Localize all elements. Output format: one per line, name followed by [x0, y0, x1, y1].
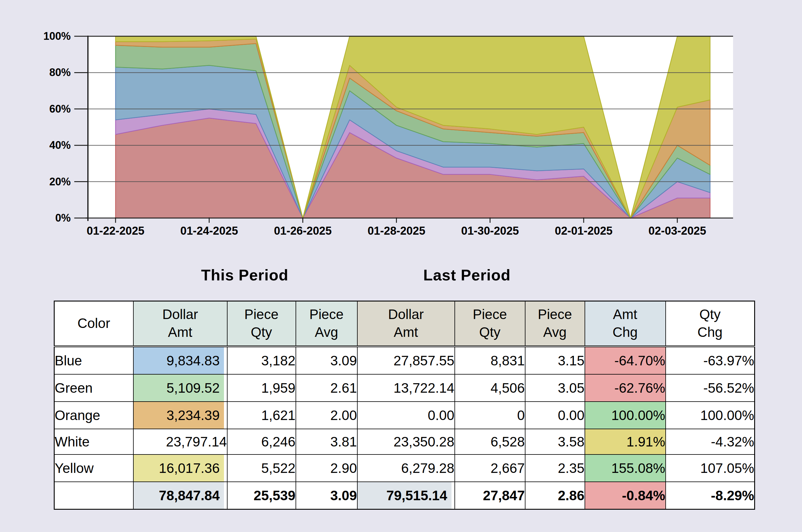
- row-label: Green: [54, 374, 133, 402]
- row-label: Orange: [54, 402, 133, 429]
- table-cell: 2.61: [296, 374, 357, 402]
- table-cell: 3.05: [525, 374, 585, 402]
- highlighted-value: 78,847.84: [134, 482, 224, 509]
- header-last-dollar-amt: Dollar Amt: [357, 301, 455, 347]
- table-cell: 5,109.52: [133, 374, 227, 402]
- table-cell: 3.15: [525, 346, 585, 374]
- row-label: Blue: [54, 346, 133, 374]
- table-cell: 3,182: [227, 346, 296, 374]
- table-cell: 2.86: [525, 482, 585, 509]
- table-row-yellow: Yellow 16,017.36 5,522 2.90 6,279.28 2,6…: [54, 454, 755, 482]
- y-tick-label: 60%: [49, 103, 71, 115]
- table-cell: 4,506: [455, 374, 525, 402]
- table-cell: 3.81: [296, 429, 357, 454]
- table-cell: 79,515.14: [357, 482, 455, 509]
- header-color: Color: [54, 301, 133, 347]
- last-period-title: Last Period: [423, 266, 511, 284]
- color-comparison-table: Color Dollar Amt Piece Qty Piece Avg Dol…: [54, 301, 755, 510]
- qty-chg-cell: 100.00%: [666, 402, 755, 429]
- qty-chg-cell: -63.97%: [666, 346, 755, 374]
- table-cell: 6,279.28: [357, 454, 455, 482]
- qty-chg-cell: -8.29%: [666, 482, 755, 509]
- this-period-title: This Period: [201, 266, 288, 284]
- table-cell: 6,528: [455, 429, 525, 454]
- stacked-area-chart: 01-22-202501-24-202501-26-202501-28-2025…: [0, 0, 802, 249]
- highlighted-value: 16,017.36: [134, 455, 224, 481]
- table-cell: 8,831: [455, 346, 525, 374]
- table-cell: 9,834.83: [133, 346, 227, 374]
- header-this-dollar-amt: Dollar Amt: [133, 301, 227, 347]
- x-tick-label: 01-24-2025: [180, 225, 238, 237]
- qty-chg-cell: 107.05%: [666, 454, 755, 482]
- x-tick-label: 01-22-2025: [87, 225, 145, 237]
- table-cell: 13,722.14: [357, 374, 455, 402]
- table-cell: 5,522: [227, 454, 296, 482]
- table-cell: 0.00: [357, 402, 455, 429]
- x-tick-label: 02-03-2025: [648, 225, 706, 237]
- table-cell: 16,017.36: [133, 454, 227, 482]
- y-tick-label: 0%: [55, 212, 71, 224]
- amt-chg-cell: 155.08%: [585, 454, 666, 482]
- table-cell: 78,847.84: [133, 482, 227, 509]
- table-cell: 2,667: [455, 454, 525, 482]
- x-tick-label: 01-26-2025: [274, 225, 331, 237]
- amt-chg-cell: -0.84%: [585, 482, 666, 509]
- amt-chg-cell: -64.70%: [585, 346, 666, 374]
- row-label: [54, 482, 133, 509]
- amt-chg-cell: 1.91%: [585, 429, 666, 454]
- x-axis-labels: 01-22-202501-24-202501-26-202501-28-2025…: [87, 225, 706, 237]
- table-row-orange: Orange 3,234.39 1,621 2.00 0.00 0 0.00 1…: [54, 402, 755, 429]
- table-cell: 3.09: [296, 482, 357, 509]
- header-last-piece-qty: Piece Qty: [455, 301, 525, 347]
- y-tick-label: 80%: [49, 66, 71, 78]
- amt-chg-cell: -62.76%: [585, 374, 666, 402]
- x-tick-label: 01-30-2025: [461, 225, 519, 237]
- table-cell: 6,246: [227, 429, 296, 454]
- header-this-piece-avg: Piece Avg: [296, 301, 357, 347]
- table-row-green: Green 5,109.52 1,959 2.61 13,722.14 4,50…: [54, 374, 755, 402]
- table-row-blue: Blue 9,834.83 3,182 3.09 27,857.55 8,831…: [54, 346, 755, 374]
- y-tick-label: 100%: [43, 30, 71, 42]
- header-last-piece-avg: Piece Avg: [525, 301, 585, 347]
- table-cell: 0.00: [525, 402, 585, 429]
- row-label: Yellow: [54, 454, 133, 482]
- table-cell: 2.00: [296, 402, 357, 429]
- table-cell: 3.58: [525, 429, 585, 454]
- table-cell: 3.09: [296, 346, 357, 374]
- highlighted-value: 3,234.39: [134, 402, 224, 429]
- qty-chg-cell: -56.52%: [666, 374, 755, 402]
- table-cell: 2.90: [296, 454, 357, 482]
- row-label: White: [54, 429, 133, 454]
- table-cell: 1,621: [227, 402, 296, 429]
- table-cell: 2.35: [525, 454, 585, 482]
- table-row-white: White 23,797.14 6,246 3.81 23,350.28 6,5…: [54, 429, 755, 454]
- table-cell: 0: [455, 402, 525, 429]
- table-cell: 23,350.28: [357, 429, 455, 454]
- x-tick-label: 02-01-2025: [555, 225, 612, 237]
- highlighted-value: 9,834.83: [134, 347, 224, 374]
- table-cell: 27,857.55: [357, 346, 455, 374]
- y-tick-label: 20%: [49, 175, 71, 188]
- header-this-piece-qty: Piece Qty: [227, 301, 296, 347]
- y-axis-labels: 0%20%40%60%80%100%: [43, 30, 71, 224]
- highlighted-value: 79,515.14: [358, 482, 452, 509]
- table-header-row: Color Dollar Amt Piece Qty Piece Avg Dol…: [54, 301, 755, 347]
- qty-chg-cell: -4.32%: [666, 429, 755, 454]
- header-qty-chg: Qty Chg: [666, 301, 755, 347]
- table-cell: 1,959: [227, 374, 296, 402]
- report-page: 01-22-202501-24-202501-26-202501-28-2025…: [0, 0, 802, 532]
- table-cell: 23,797.14: [133, 429, 227, 454]
- highlighted-value: 5,109.52: [134, 375, 224, 401]
- table-cell: 25,539: [227, 482, 296, 509]
- amt-chg-cell: 100.00%: [585, 402, 666, 429]
- y-tick-label: 40%: [49, 139, 71, 151]
- header-amt-chg: Amt Chg: [585, 301, 666, 347]
- table-row-total: 78,847.84 25,539 3.09 79,515.14 27,847 2…: [54, 482, 755, 509]
- x-tick-label: 01-28-2025: [367, 225, 425, 237]
- table-cell: 27,847: [455, 482, 525, 509]
- table-cell: 3,234.39: [133, 402, 227, 429]
